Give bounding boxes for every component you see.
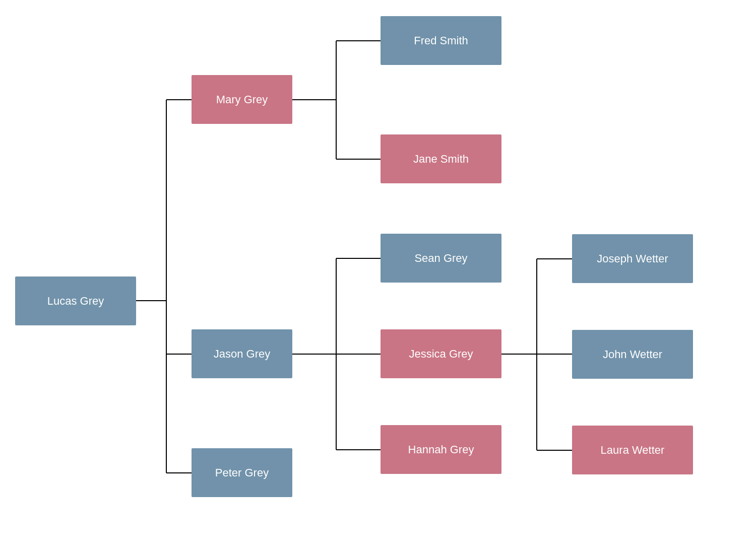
node-jason-grey[interactable]: Jason Grey bbox=[192, 329, 292, 378]
node-john-wetter-label: John Wetter bbox=[603, 348, 662, 361]
node-peter-grey[interactable]: Peter Grey bbox=[192, 448, 292, 497]
node-sean-grey[interactable]: Sean Grey bbox=[381, 234, 501, 283]
node-laura-wetter[interactable]: Laura Wetter bbox=[572, 426, 693, 474]
node-fred-smith[interactable]: Fred Smith bbox=[381, 16, 501, 65]
node-lucas-grey-label: Lucas Grey bbox=[47, 295, 104, 308]
node-fred-smith-label: Fred Smith bbox=[414, 34, 468, 47]
node-mary-grey[interactable]: Mary Grey bbox=[192, 75, 292, 124]
node-laura-wetter-label: Laura Wetter bbox=[601, 444, 665, 457]
node-lucas-grey[interactable]: Lucas Grey bbox=[15, 276, 136, 325]
node-jason-grey-label: Jason Grey bbox=[214, 348, 271, 361]
node-hannah-grey-label: Hannah Grey bbox=[408, 443, 474, 456]
node-mary-grey-label: Mary Grey bbox=[216, 93, 268, 106]
node-peter-grey-label: Peter Grey bbox=[215, 466, 269, 479]
node-jane-smith-label: Jane Smith bbox=[413, 153, 469, 166]
node-sean-grey-label: Sean Grey bbox=[414, 252, 467, 265]
node-jessica-grey[interactable]: Jessica Grey bbox=[381, 329, 501, 378]
node-jane-smith[interactable]: Jane Smith bbox=[381, 134, 501, 183]
node-joseph-wetter[interactable]: Joseph Wetter bbox=[572, 234, 693, 283]
tree-container: Lucas Grey Mary Grey Jason Grey Peter Gr… bbox=[0, 0, 756, 553]
node-jessica-grey-label: Jessica Grey bbox=[409, 348, 473, 361]
node-joseph-wetter-label: Joseph Wetter bbox=[597, 252, 668, 265]
node-hannah-grey[interactable]: Hannah Grey bbox=[381, 425, 501, 474]
node-john-wetter[interactable]: John Wetter bbox=[572, 330, 693, 379]
